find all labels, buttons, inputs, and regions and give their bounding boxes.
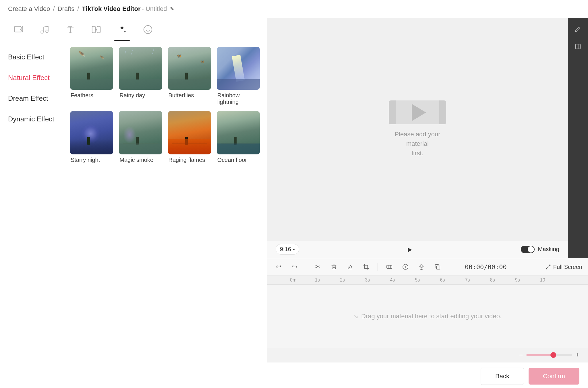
zoom-in-button[interactable]: + bbox=[576, 351, 579, 359]
preview-content: Please add your material first. bbox=[267, 18, 568, 240]
ruler-1s: 1s bbox=[315, 278, 340, 283]
undo-button[interactable]: ↩ bbox=[273, 261, 284, 273]
category-basic[interactable]: Basic Effect bbox=[0, 47, 63, 67]
effect-feathers[interactable]: 🪶 🪶 Feathers bbox=[70, 47, 113, 105]
play-button[interactable]: ▶ bbox=[408, 246, 412, 253]
ruler-3s: 3s bbox=[365, 278, 390, 283]
effect-thumb-starry bbox=[70, 111, 113, 154]
preview-controls: 9:16 ▾ ▶ Masking bbox=[267, 240, 568, 258]
ruler-10s: 10 bbox=[540, 278, 565, 283]
breadcrumb-editor: TikTok Video Editor bbox=[82, 5, 140, 13]
drop-hint-text: Drag your material here to start editing… bbox=[361, 313, 502, 320]
erase-button[interactable] bbox=[344, 261, 356, 273]
effect-rainbow[interactable]: Rainbow lightning bbox=[217, 47, 260, 105]
breadcrumb-sep-1: / bbox=[53, 5, 55, 13]
effect-magic[interactable]: Magic smoke bbox=[119, 111, 162, 163]
effect-panel: Basic Effect Natural Effect Dream Effect… bbox=[0, 41, 267, 388]
tab-video[interactable] bbox=[6, 18, 32, 41]
effect-label-butterflies: Butterflies bbox=[168, 92, 211, 99]
effect-raging[interactable]: Raging flames bbox=[168, 111, 211, 163]
copy-button[interactable] bbox=[432, 261, 443, 273]
effect-thumb-raging bbox=[168, 111, 211, 154]
tool-pencil-btn[interactable] bbox=[571, 22, 585, 36]
tab-audio[interactable] bbox=[32, 18, 57, 41]
tool-strip bbox=[568, 18, 588, 258]
time-display: 00:00/00:00 bbox=[465, 263, 507, 271]
tab-sticker[interactable] bbox=[135, 18, 161, 41]
effect-thumb-rainy bbox=[119, 47, 162, 90]
right-content: Please add your material first. 9:16 ▾ ▶ bbox=[267, 18, 588, 388]
effect-rainy[interactable]: Rainy day bbox=[119, 47, 162, 105]
ruler-4s: 4s bbox=[390, 278, 415, 283]
effect-thumb-butterflies: 🦋 🦋 bbox=[168, 47, 211, 90]
preview-placeholder: Please add your material first. bbox=[383, 100, 452, 158]
svg-point-2 bbox=[41, 31, 43, 33]
category-natural[interactable]: Natural Effect bbox=[0, 67, 63, 88]
ruler-2s: 2s bbox=[340, 278, 365, 283]
toggle-thumb bbox=[528, 246, 534, 253]
tab-text[interactable] bbox=[57, 18, 83, 41]
left-panel: Basic Effect Natural Effect Dream Effect… bbox=[0, 18, 267, 388]
fullscreen-button[interactable]: Full Screen bbox=[545, 264, 582, 270]
effect-label-magic: Magic smoke bbox=[119, 157, 162, 163]
effect-label-starry: Starry night bbox=[70, 157, 113, 163]
svg-rect-5 bbox=[97, 26, 100, 33]
svg-point-6 bbox=[144, 25, 152, 33]
play-icon bbox=[412, 104, 426, 121]
ruler-9s: 9s bbox=[515, 278, 540, 283]
back-button[interactable]: Back bbox=[481, 368, 524, 385]
preview-main: Please add your material first. 9:16 ▾ ▶ bbox=[267, 18, 568, 258]
ruler-7s: 7s bbox=[465, 278, 490, 283]
effect-label-ocean: Ocean floor bbox=[217, 157, 260, 163]
aspect-ratio-select[interactable]: 9:16 ▾ bbox=[276, 244, 299, 255]
category-dream[interactable]: Dream Effect bbox=[0, 88, 63, 109]
category-dynamic[interactable]: Dynamic Effect bbox=[0, 109, 63, 129]
edit-title-icon[interactable]: ✎ bbox=[170, 6, 174, 12]
masking-toggle-switch[interactable] bbox=[521, 246, 535, 253]
crop-button[interactable] bbox=[360, 261, 372, 273]
toolbar-separator-2 bbox=[378, 263, 378, 271]
effect-label-rainbow: Rainbow lightning bbox=[217, 92, 260, 105]
delete-button[interactable] bbox=[328, 261, 340, 273]
zoom-controls: − + bbox=[267, 348, 588, 362]
zoom-slider[interactable] bbox=[526, 354, 572, 356]
cut-button[interactable]: ✂ bbox=[312, 261, 324, 273]
svg-rect-0 bbox=[15, 26, 21, 32]
breadcrumb-create[interactable]: Create a Video bbox=[8, 5, 50, 13]
effect-thumb-rainbow bbox=[217, 47, 260, 90]
svg-line-21 bbox=[546, 267, 548, 269]
effects-grid: 🪶 🪶 Feathers bbox=[70, 47, 260, 163]
tab-transition[interactable] bbox=[83, 18, 109, 41]
tab-effects[interactable] bbox=[109, 18, 135, 41]
ruler-0m: 0m bbox=[290, 278, 315, 283]
confirm-button[interactable]: Confirm bbox=[529, 368, 579, 385]
timeline-tracks[interactable]: ↘ Drag your material here to start editi… bbox=[267, 285, 588, 348]
tool-frame-btn[interactable] bbox=[571, 39, 585, 54]
ruler-marks: 0m 1s 2s 3s 4s 5s 6s 7s 8s 9s 10 bbox=[267, 278, 588, 283]
toolbar-tabs bbox=[0, 18, 267, 41]
zoom-out-button[interactable]: − bbox=[519, 351, 523, 359]
bottom-actions: Back Confirm bbox=[267, 362, 588, 388]
ruler-6s: 6s bbox=[440, 278, 465, 283]
fullscreen-label: Full Screen bbox=[553, 264, 582, 270]
ruler-5s: 5s bbox=[415, 278, 440, 283]
effect-ocean[interactable]: Ocean floor bbox=[217, 111, 260, 163]
effect-butterflies[interactable]: 🦋 🦋 Butterflies bbox=[168, 47, 211, 105]
svg-line-20 bbox=[549, 265, 550, 267]
svg-rect-19 bbox=[436, 266, 440, 269]
effect-thumb-ocean bbox=[217, 111, 260, 154]
svg-rect-4 bbox=[92, 26, 95, 33]
breadcrumb-drafts[interactable]: Drafts bbox=[58, 5, 75, 13]
redo-button[interactable]: ↪ bbox=[289, 261, 300, 273]
mic-button[interactable] bbox=[416, 261, 427, 273]
effect-starry[interactable]: Starry night bbox=[70, 111, 113, 163]
timeline-toolbar: ↩ ↪ ✂ bbox=[267, 258, 588, 276]
toolbar-separator-1 bbox=[306, 263, 306, 271]
effect-label-raging: Raging flames bbox=[168, 157, 211, 163]
drop-hint-arrow: ↘ bbox=[353, 313, 358, 320]
video-track-button[interactable] bbox=[384, 261, 395, 273]
svg-rect-16 bbox=[421, 264, 422, 267]
ruler-8s: 8s bbox=[490, 278, 515, 283]
transform-button[interactable] bbox=[400, 261, 411, 273]
timeline-ruler: 0m 1s 2s 3s 4s 5s 6s 7s 8s 9s 10 bbox=[267, 276, 588, 285]
